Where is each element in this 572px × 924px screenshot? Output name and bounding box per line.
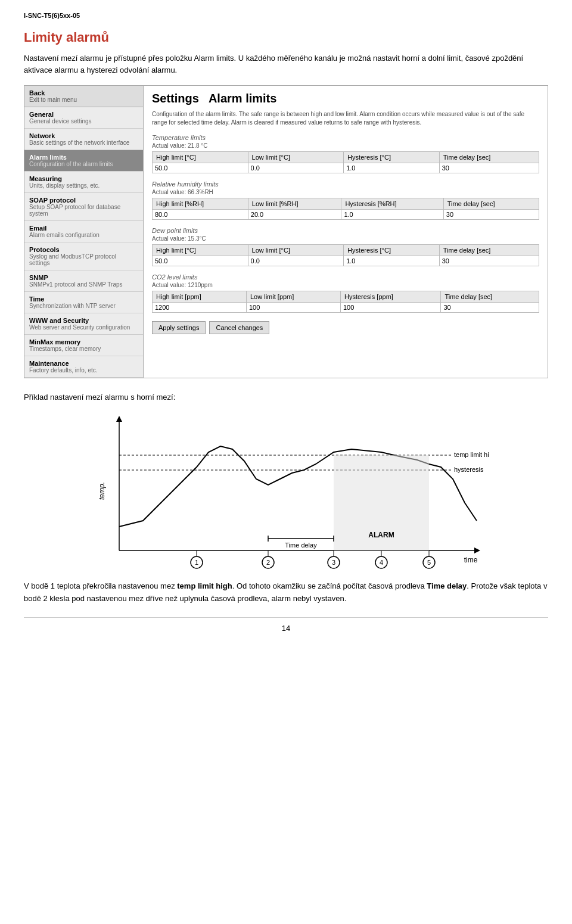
dew-col-low: Low limit [°C] (248, 245, 344, 256)
table-row (153, 303, 539, 313)
sidebar-back[interactable]: Back Exit to main menu (24, 86, 143, 107)
limit-high-label: temp limit high (454, 451, 489, 458)
sidebar-item-minmax[interactable]: MinMax memory Timestamps, clear memory (24, 335, 143, 356)
sidebar-item-alarm-sub: Configuration of the alarm limits (29, 161, 138, 167)
co2-hyst-input[interactable] (343, 304, 391, 311)
hum-low-input[interactable] (251, 211, 299, 218)
co2-col-high: High limit [ppm] (153, 291, 247, 303)
co2-delay-input[interactable] (443, 304, 491, 311)
sidebar-item-measuring[interactable]: Measuring Units, display settings, etc. (24, 172, 143, 193)
humidity-actual: Actual value: 66.3%RH (152, 189, 539, 195)
sidebar-item-protocols-title: Protocols (29, 246, 138, 253)
point-2-label: 2 (266, 559, 270, 566)
sidebar-item-soap-sub: Setup SOAP protocol for database system (29, 204, 138, 217)
dew-limit-section: Dew point limits Actual value: 15.3°C Hi… (152, 227, 539, 266)
x-axis-label: time (464, 556, 478, 564)
co2-limit-section: CO2 level limits Actual value: 1210ppm H… (152, 273, 539, 313)
sidebar-item-email-title: Email (29, 225, 138, 232)
sidebar-item-maintenance-sub: Factory defaults, info, etc. (29, 367, 138, 374)
config-desc: Configuration of the alarm limits. The s… (152, 110, 539, 127)
sidebar-item-alarm-limits[interactable]: Alarm limits Configuration of the alarm … (24, 150, 143, 172)
temp-limit-section: Temperature limits Actual value: 21.8 °C… (152, 134, 539, 173)
cancel-button[interactable]: Cancel changes (209, 321, 269, 334)
co2-section-title: CO2 level limits (152, 273, 539, 281)
co2-actual: Actual value: 1210ppm (152, 282, 539, 288)
hum-col-delay: Time delay [sec] (443, 198, 539, 210)
sidebar-item-maintenance[interactable]: Maintenance Factory defaults, info, etc. (24, 356, 143, 378)
humidity-section-title: Relative humidity limits (152, 181, 539, 188)
sidebar-item-maintenance-title: Maintenance (29, 360, 138, 367)
dew-col-high: High limit [°C] (153, 245, 248, 256)
sidebar-item-measuring-title: Measuring (29, 175, 138, 182)
dew-high-input[interactable] (155, 257, 203, 265)
header-title: I-SNC-T5(6)5xx-05 (24, 12, 80, 19)
temp-low-input[interactable] (251, 164, 299, 172)
svg-marker-2 (116, 416, 122, 422)
sidebar-item-snmp-sub: SNMPv1 protocol and SNMP Traps (29, 281, 138, 288)
sidebar-item-network[interactable]: Network Basic settings of the network in… (24, 129, 143, 150)
sidebar-item-time[interactable]: Time Synchronization with NTP server (24, 292, 143, 313)
example-section: Příklad nastavení mezí alarmu s horní me… (24, 393, 548, 605)
sidebar-item-www[interactable]: WWW and Security Web server and Security… (24, 313, 143, 335)
section-title: Limity alarmů (24, 30, 548, 45)
back-sub: Exit to main menu (29, 97, 138, 103)
hum-col-hyst: Hysteresis [%RH] (341, 198, 443, 210)
co2-limit-table: High limit [ppm] Low limit [ppm] Hystere… (152, 291, 539, 313)
intro-text: Nastavení mezí alarmu je přístupné přes … (24, 52, 548, 76)
hum-delay-input[interactable] (446, 211, 494, 218)
footer-para1: V bodě 1 teplota překročila nastavenou m… (24, 580, 548, 605)
hum-col-low: Low limit [%RH] (248, 198, 341, 210)
temp-limit-table: High limit [°C] Low limit [°C] Hysteresi… (152, 151, 539, 173)
temp-delay-input[interactable] (442, 164, 490, 172)
temp-col-hyst: Hysteresis [°C] (344, 152, 440, 163)
y-axis-label: temp. (98, 482, 106, 500)
dew-actual: Actual value: 15.3°C (152, 235, 539, 242)
dew-low-input[interactable] (251, 257, 299, 265)
point-5-label: 5 (427, 559, 431, 566)
table-row (153, 210, 539, 220)
sidebar-item-minmax-title: MinMax memory (29, 338, 138, 346)
sidebar-item-www-title: WWW and Security (29, 317, 138, 324)
page-number: 14 (24, 617, 548, 633)
dew-section-title: Dew point limits (152, 227, 539, 234)
co2-low-input[interactable] (249, 304, 297, 311)
chart-container: temp. time temp limit high hysteresis Ti… (83, 407, 489, 574)
ui-title-settings: Settings (152, 92, 199, 105)
temp-hyst-input[interactable] (346, 164, 394, 172)
sidebar-item-snmp-title: SNMP (29, 274, 138, 281)
sidebar-item-soap-title: SOAP protocol (29, 197, 138, 204)
hum-high-input[interactable] (155, 211, 203, 218)
co2-high-input[interactable] (155, 304, 203, 311)
sidebar-item-soap[interactable]: SOAP protocol Setup SOAP protocol for da… (24, 193, 143, 221)
sidebar-item-general[interactable]: General General device settings (24, 107, 143, 129)
main-content: Settings Alarm limits Configuration of t… (144, 86, 548, 378)
dew-limit-table: High limit [°C] Low limit [°C] Hysteresi… (152, 244, 539, 266)
dew-hyst-input[interactable] (346, 257, 394, 265)
hum-col-high: High limit [%RH] (153, 198, 248, 210)
co2-col-delay: Time delay [sec] (441, 291, 539, 303)
co2-col-hyst: Hysteresis [ppm] (340, 291, 440, 303)
sidebar: Back Exit to main menu General General d… (24, 86, 144, 378)
sidebar-item-snmp[interactable]: SNMP SNMPv1 protocol and SNMP Traps (24, 270, 143, 292)
sidebar-item-network-title: Network (29, 132, 138, 139)
ui-header: Settings Alarm limits (152, 92, 539, 105)
temp-actual: Actual value: 21.8 °C (152, 142, 539, 149)
sidebar-item-email[interactable]: Email Alarm emails configuration (24, 221, 143, 242)
point-1-label: 1 (195, 559, 198, 566)
co2-col-low: Low limit [ppm] (246, 291, 340, 303)
sidebar-item-email-sub: Alarm emails configuration (29, 232, 138, 238)
sidebar-item-minmax-sub: Timestamps, clear memory (29, 346, 138, 352)
temp-high-input[interactable] (155, 164, 203, 172)
hum-hyst-input[interactable] (344, 211, 391, 218)
apply-button[interactable]: Apply settings (152, 321, 206, 334)
humidity-limit-section: Relative humidity limits Actual value: 6… (152, 181, 539, 220)
dew-delay-input[interactable] (442, 257, 490, 265)
time-delay-label: Time delay (285, 542, 317, 549)
temp-col-low: Low limit [°C] (248, 152, 344, 163)
sidebar-item-network-sub: Basic settings of the network interface (29, 139, 138, 146)
table-row (153, 256, 539, 266)
sidebar-item-protocols-sub: Syslog and ModbusTCP protocol settings (29, 253, 138, 266)
temp-col-high: High limit [°C] (153, 152, 248, 163)
sidebar-item-protocols[interactable]: Protocols Syslog and ModbusTCP protocol … (24, 242, 143, 270)
point-4-label: 4 (380, 559, 383, 566)
